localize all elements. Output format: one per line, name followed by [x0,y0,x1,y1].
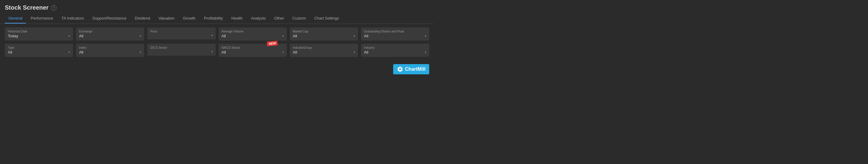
filter-industry[interactable]: IndustryAll▾ [361,44,429,57]
filter-label: GICS Sector [150,46,212,49]
filter-label: Average Volume [222,30,284,33]
tab-profitability[interactable]: Profitability [200,13,227,24]
filter-value: All [364,50,368,54]
chevron-down-icon: ▾ [140,51,141,54]
filter-average-volume[interactable]: Average VolumeAll▾ [219,27,287,40]
tab-growth[interactable]: Growth [179,13,199,24]
filter-value: All [79,34,83,38]
tab-performance[interactable]: Performance [27,13,57,24]
filter-value: All [293,34,297,38]
filter-naics-sector[interactable]: NAICS SectorAll▾ [219,44,287,57]
filter-value: All [222,50,226,54]
filter-type[interactable]: TypeAll▾ [5,44,73,57]
tab-analysts[interactable]: Analysts [247,13,270,24]
filter-label: Exchange [79,30,141,33]
tab-valuation[interactable]: Valuation [155,13,178,24]
filter-value: All [8,50,12,54]
tab-bar: GeneralPerformanceTA IndicatorsSupport/R… [0,13,434,24]
tab-dividend[interactable]: Dividend [131,13,154,24]
chevron-down-icon: ▾ [211,34,213,37]
tab-support-resistance[interactable]: Support/Resistance [89,13,130,24]
chevron-down-icon: ▾ [425,51,426,54]
filter-value: All [79,50,83,54]
tab-general[interactable]: General [5,13,26,24]
tab-ta-indicators[interactable]: TA Indicators [58,13,88,24]
filter-label: Industry [364,46,426,49]
filter-exchange[interactable]: ExchangeAll▾ [76,27,144,40]
chevron-down-icon: ▾ [68,34,70,37]
chevron-down-icon: ▾ [353,51,355,54]
filter-gics-sector[interactable]: GICS Sector▾ [147,44,215,56]
chevron-down-icon: ▾ [282,51,284,54]
filter-historical-date[interactable]: Historical DateToday▾ [5,27,73,40]
filter-outstanding-shares-and-float[interactable]: Outstanding Shares and FloatAll▾ [361,27,429,40]
filter-industrygroup[interactable]: IndustryGroupAll▾ [290,44,358,57]
chevron-down-icon: ▾ [140,34,141,37]
filter-label: Outstanding Shares and Float [364,30,426,33]
chevron-down-icon: ▾ [211,50,213,53]
gear-icon [397,66,403,73]
new-badge: NEW [267,40,278,46]
filter-label: Index [79,46,141,49]
tab-health[interactable]: Health [228,13,246,24]
filters-section: Historical DateToday▾ExchangeAll▾Price▾A… [0,24,434,62]
chevron-down-icon: ▾ [68,51,70,54]
chevron-down-icon: ▾ [282,34,284,37]
filter-value: Today [8,34,18,38]
filter-label: Historical Date [8,30,70,33]
bottom-bar: ChartMill [0,62,434,76]
filter-price[interactable]: Price▾ [147,27,215,39]
filter-index[interactable]: IndexAll▾ [76,44,144,57]
filters-row-1: Historical DateToday▾ExchangeAll▾Price▾A… [5,27,429,40]
chartmill-logo[interactable]: ChartMill [393,64,429,74]
chevron-down-icon: ▾ [353,34,355,37]
tab-custom[interactable]: Custom [289,13,310,24]
tab-chart-settings[interactable]: Chart Settings [311,13,342,24]
filters-row-2: TypeAll▾IndexAll▾GICS Sector▾NEWNAICS Se… [5,44,429,57]
help-icon[interactable]: ? [51,5,57,10]
tab-other[interactable]: Other [271,13,288,24]
chevron-down-icon: ▾ [425,34,426,37]
filter-value: All [293,50,297,54]
filter-value: All [222,34,226,38]
filter-label: Type [8,46,70,49]
filter-value: All [364,34,368,38]
chartmill-logo-text: ChartMill [405,66,426,72]
page-title: Stock Screener [5,4,49,11]
filter-market-cap[interactable]: Market CapAll▾ [290,27,358,40]
page-header: Stock Screener ? [0,0,434,13]
filter-label: IndustryGroup [293,46,355,49]
filter-label: NAICS Sector [222,46,284,49]
filter-label: Market Cap [293,30,355,33]
filter-label: Price [150,30,212,33]
